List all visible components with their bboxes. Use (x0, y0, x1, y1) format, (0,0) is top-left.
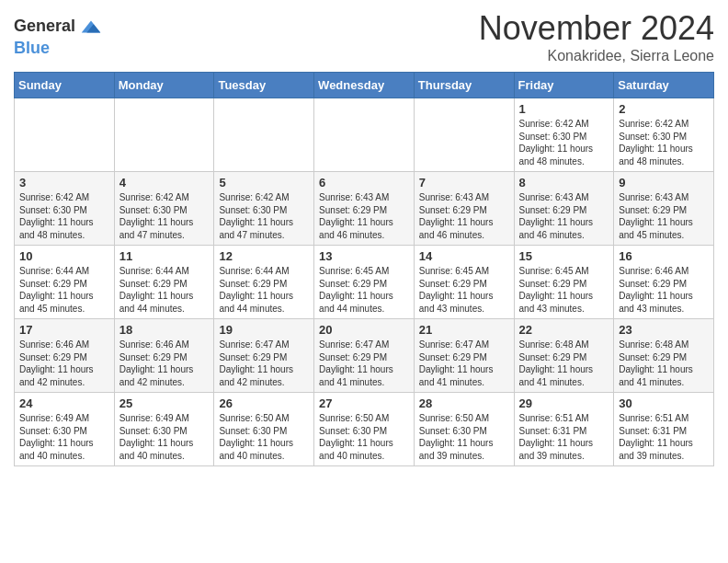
day-number: 13 (319, 249, 409, 263)
calendar-cell: 12Sunrise: 6:44 AM Sunset: 6:29 PM Dayli… (214, 246, 314, 319)
calendar-cell: 20Sunrise: 6:47 AM Sunset: 6:29 PM Dayli… (314, 319, 415, 393)
day-info: Sunrise: 6:42 AM Sunset: 6:30 PM Dayligh… (119, 191, 210, 241)
day-info: Sunrise: 6:48 AM Sunset: 6:29 PM Dayligh… (619, 339, 709, 388)
day-number: 4 (119, 176, 210, 190)
calendar-cell: 2Sunrise: 6:42 AM Sunset: 6:30 PM Daylig… (614, 98, 714, 172)
calendar-cell: 11Sunrise: 6:44 AM Sunset: 6:29 PM Dayli… (114, 246, 214, 319)
day-number: 5 (219, 176, 309, 190)
calendar-cell: 25Sunrise: 6:49 AM Sunset: 6:30 PM Dayli… (114, 393, 214, 466)
calendar-week-row: 1Sunrise: 6:42 AM Sunset: 6:30 PM Daylig… (15, 98, 714, 172)
day-number: 8 (519, 176, 609, 190)
day-info: Sunrise: 6:42 AM Sunset: 6:30 PM Dayligh… (619, 118, 709, 167)
day-number: 19 (219, 323, 309, 337)
logo-text-general: General (14, 17, 75, 36)
header: General Blue November 2024 Konakridee, S… (14, 9, 714, 64)
calendar-cell: 13Sunrise: 6:45 AM Sunset: 6:29 PM Dayli… (314, 246, 415, 319)
col-header-monday: Monday (114, 73, 214, 98)
day-info: Sunrise: 6:44 AM Sunset: 6:29 PM Dayligh… (19, 265, 109, 315)
day-info: Sunrise: 6:50 AM Sunset: 6:30 PM Dayligh… (419, 412, 509, 462)
day-info: Sunrise: 6:50 AM Sunset: 6:30 PM Dayligh… (319, 412, 409, 462)
day-info: Sunrise: 6:44 AM Sunset: 6:29 PM Dayligh… (219, 265, 309, 315)
calendar-cell (15, 98, 115, 172)
day-number: 6 (319, 176, 409, 190)
calendar-cell (414, 98, 514, 172)
day-info: Sunrise: 6:42 AM Sunset: 6:30 PM Dayligh… (519, 118, 609, 167)
col-header-saturday: Saturday (614, 73, 714, 98)
logo-text-blue: Blue (14, 39, 50, 57)
day-number: 9 (619, 176, 709, 190)
day-info: Sunrise: 6:43 AM Sunset: 6:29 PM Dayligh… (419, 191, 509, 241)
calendar-cell: 8Sunrise: 6:43 AM Sunset: 6:29 PM Daylig… (514, 172, 614, 246)
day-info: Sunrise: 6:43 AM Sunset: 6:29 PM Dayligh… (519, 191, 609, 241)
day-number: 25 (119, 396, 210, 410)
day-number: 14 (419, 249, 509, 263)
day-info: Sunrise: 6:45 AM Sunset: 6:29 PM Dayligh… (519, 265, 609, 315)
day-number: 18 (119, 323, 210, 337)
day-info: Sunrise: 6:48 AM Sunset: 6:29 PM Dayligh… (519, 339, 609, 388)
day-info: Sunrise: 6:47 AM Sunset: 6:29 PM Dayligh… (319, 339, 409, 388)
day-info: Sunrise: 6:50 AM Sunset: 6:30 PM Dayligh… (219, 412, 309, 462)
day-info: Sunrise: 6:46 AM Sunset: 6:29 PM Dayligh… (619, 265, 709, 315)
day-info: Sunrise: 6:46 AM Sunset: 6:29 PM Dayligh… (19, 339, 109, 388)
logo: General Blue (14, 14, 104, 58)
day-number: 23 (619, 323, 709, 337)
calendar-cell: 27Sunrise: 6:50 AM Sunset: 6:30 PM Dayli… (314, 393, 415, 466)
calendar-cell: 24Sunrise: 6:49 AM Sunset: 6:30 PM Dayli… (15, 393, 115, 466)
calendar-cell: 22Sunrise: 6:48 AM Sunset: 6:29 PM Dayli… (514, 319, 614, 393)
day-number: 21 (419, 323, 509, 337)
calendar-cell: 7Sunrise: 6:43 AM Sunset: 6:29 PM Daylig… (414, 172, 514, 246)
calendar-week-row: 3Sunrise: 6:42 AM Sunset: 6:30 PM Daylig… (15, 172, 714, 246)
calendar-cell: 19Sunrise: 6:47 AM Sunset: 6:29 PM Dayli… (214, 319, 314, 393)
calendar-cell: 9Sunrise: 6:43 AM Sunset: 6:29 PM Daylig… (614, 172, 714, 246)
calendar-cell: 26Sunrise: 6:50 AM Sunset: 6:30 PM Dayli… (214, 393, 314, 466)
calendar-cell (114, 98, 214, 172)
day-number: 28 (419, 396, 509, 410)
day-info: Sunrise: 6:42 AM Sunset: 6:30 PM Dayligh… (219, 191, 309, 241)
col-header-friday: Friday (514, 73, 614, 98)
day-info: Sunrise: 6:49 AM Sunset: 6:30 PM Dayligh… (19, 412, 109, 462)
col-header-tuesday: Tuesday (214, 73, 314, 98)
calendar-cell: 17Sunrise: 6:46 AM Sunset: 6:29 PM Dayli… (15, 319, 115, 393)
day-info: Sunrise: 6:49 AM Sunset: 6:30 PM Dayligh… (119, 412, 210, 462)
calendar-cell: 16Sunrise: 6:46 AM Sunset: 6:29 PM Dayli… (614, 246, 714, 319)
calendar-cell: 10Sunrise: 6:44 AM Sunset: 6:29 PM Dayli… (15, 246, 115, 319)
day-info: Sunrise: 6:42 AM Sunset: 6:30 PM Dayligh… (19, 191, 109, 241)
day-number: 29 (519, 396, 609, 410)
day-number: 15 (519, 249, 609, 263)
day-number: 24 (19, 396, 109, 410)
day-number: 27 (319, 396, 409, 410)
calendar-header-row: SundayMondayTuesdayWednesdayThursdayFrid… (15, 73, 714, 98)
day-number: 30 (619, 396, 709, 410)
calendar-cell: 23Sunrise: 6:48 AM Sunset: 6:29 PM Dayli… (614, 319, 714, 393)
calendar: SundayMondayTuesdayWednesdayThursdayFrid… (14, 72, 714, 466)
calendar-cell: 28Sunrise: 6:50 AM Sunset: 6:30 PM Dayli… (414, 393, 514, 466)
col-header-wednesday: Wednesday (314, 73, 415, 98)
calendar-cell: 14Sunrise: 6:45 AM Sunset: 6:29 PM Dayli… (414, 246, 514, 319)
calendar-cell: 15Sunrise: 6:45 AM Sunset: 6:29 PM Dayli… (514, 246, 614, 319)
day-number: 10 (19, 249, 109, 263)
calendar-cell: 6Sunrise: 6:43 AM Sunset: 6:29 PM Daylig… (314, 172, 415, 246)
day-info: Sunrise: 6:43 AM Sunset: 6:29 PM Dayligh… (319, 191, 409, 241)
day-info: Sunrise: 6:44 AM Sunset: 6:29 PM Dayligh… (119, 265, 210, 315)
day-number: 3 (19, 176, 109, 190)
day-number: 26 (219, 396, 309, 410)
calendar-cell: 4Sunrise: 6:42 AM Sunset: 6:30 PM Daylig… (114, 172, 214, 246)
day-info: Sunrise: 6:45 AM Sunset: 6:29 PM Dayligh… (319, 265, 409, 315)
day-number: 22 (519, 323, 609, 337)
calendar-cell (314, 98, 415, 172)
day-number: 17 (19, 323, 109, 337)
location: Konakridee, Sierra Leone (479, 48, 714, 64)
day-info: Sunrise: 6:47 AM Sunset: 6:29 PM Dayligh… (219, 339, 309, 388)
page: General Blue November 2024 Konakridee, S… (0, 0, 728, 480)
day-number: 16 (619, 249, 709, 263)
day-info: Sunrise: 6:47 AM Sunset: 6:29 PM Dayligh… (419, 339, 509, 388)
month-title: November 2024 (479, 9, 714, 48)
calendar-cell (214, 98, 314, 172)
day-info: Sunrise: 6:51 AM Sunset: 6:31 PM Dayligh… (519, 412, 609, 462)
calendar-cell: 1Sunrise: 6:42 AM Sunset: 6:30 PM Daylig… (514, 98, 614, 172)
calendar-week-row: 24Sunrise: 6:49 AM Sunset: 6:30 PM Dayli… (15, 393, 714, 466)
day-info: Sunrise: 6:46 AM Sunset: 6:29 PM Dayligh… (119, 339, 210, 388)
day-info: Sunrise: 6:51 AM Sunset: 6:31 PM Dayligh… (619, 412, 709, 462)
col-header-thursday: Thursday (414, 73, 514, 98)
day-number: 12 (219, 249, 309, 263)
